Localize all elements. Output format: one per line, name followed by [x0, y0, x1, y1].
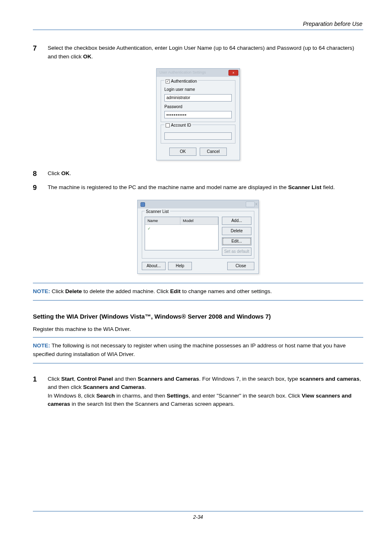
step-num-8: 8	[33, 169, 48, 178]
figure-auth-dialog: User Authentication Settings x ✓ Authent…	[33, 68, 363, 161]
s1p1b1: Start	[61, 376, 74, 382]
scanner-list-group: Scanner List Name Model ✓	[142, 211, 254, 259]
step8-t2: .	[69, 170, 71, 176]
step7-t1: Select the checkbox beside Authenticatio…	[48, 45, 354, 59]
set-default-button[interactable]: Set as default	[222, 247, 251, 256]
note-2: NOTE: The following is not necessary to …	[33, 337, 363, 363]
page-header-title: Preparation before Use	[33, 20, 363, 28]
close-button[interactable]: Close	[227, 262, 254, 270]
s1p1b4: scanners and cameras	[300, 376, 360, 382]
note2-bottom-divider	[33, 363, 363, 363]
subheading-wia: Setting the WIA Driver (Windows Vista™, …	[33, 312, 363, 321]
note2-text: The following is not necessary to regist…	[33, 342, 346, 357]
password-input[interactable]	[164, 111, 232, 118]
note1-t3: to change names and other settings.	[180, 288, 272, 294]
step8-t1: Click	[48, 170, 61, 176]
about-button[interactable]: About...	[142, 262, 166, 270]
cancel-button[interactable]: Cancel	[200, 148, 227, 156]
auth-legend-label: Authentication	[171, 79, 197, 85]
note1-b2: Edit	[170, 288, 181, 294]
step-7-body: Select the checkbox beside Authenticatio…	[48, 44, 363, 61]
accountid-input[interactable]	[164, 132, 232, 140]
step-1: 1 Click Start, Control Panel and then Sc…	[33, 375, 363, 408]
accountid-checkbox[interactable]	[166, 123, 170, 127]
scanner-list[interactable]: Name Model ✓	[145, 217, 219, 250]
note-label: NOTE:	[33, 288, 50, 294]
step-num-1: 1	[33, 375, 48, 384]
accountid-legend[interactable]: Account ID	[164, 123, 192, 129]
header-divider	[33, 30, 363, 30]
step9-body: The machine is registered to the PC and …	[48, 183, 363, 192]
close-icon[interactable]: x	[256, 201, 258, 207]
step7-t2: .	[92, 53, 93, 60]
close-icon[interactable]: x	[228, 70, 238, 76]
step-7: 7 Select the checkbox beside Authenticat…	[33, 44, 363, 61]
edit-button[interactable]: Edit...	[222, 237, 251, 245]
s1p2b1: Search	[97, 393, 115, 399]
s1p1b3: Scanners and Cameras	[138, 376, 199, 382]
s1p2t3: , and enter "Scanner" in the search box.…	[189, 393, 302, 399]
scanner-list-legend: Scanner List	[145, 209, 170, 214]
s1p2t2: in charms, and then	[115, 393, 167, 399]
col-name[interactable]: Name	[145, 217, 180, 224]
s1p1t1: Click	[48, 376, 61, 382]
app-icon	[141, 202, 145, 207]
note1-t2: to delete the added machine. Click	[82, 288, 170, 294]
step1-body: Click Start, Control Panel and then Scan…	[48, 375, 363, 408]
step9-t1: The machine is registered to the PC and …	[48, 184, 288, 190]
scanner-titlebar: x	[138, 200, 258, 208]
s1p1b2: Control Panel	[77, 376, 113, 382]
auth-titlebar: User Authentication Settings x	[157, 69, 240, 77]
auth-title: User Authentication Settings	[159, 70, 206, 75]
s1p2t1: In Windows 8, click	[48, 393, 97, 399]
delete-button[interactable]: Delete	[222, 227, 251, 235]
auth-dialog: User Authentication Settings x ✓ Authent…	[156, 68, 240, 161]
step8-body: Click OK.	[48, 169, 363, 178]
list-item[interactable]: ✓	[145, 225, 218, 233]
add-button[interactable]: Add...	[222, 217, 251, 225]
accountid-fieldset: Account ID	[161, 125, 235, 143]
help-button[interactable]: Help	[168, 262, 192, 270]
minimize-icon[interactable]	[246, 201, 255, 207]
accountid-label: Account ID	[171, 123, 191, 129]
s1p1t4: . For Windows 7, in the search box, type	[199, 376, 300, 382]
s1p1t3: and then	[113, 376, 138, 382]
note1-bottom-divider	[33, 300, 363, 301]
ok-button[interactable]: OK	[169, 148, 196, 156]
note1-b1: Delete	[65, 288, 82, 294]
page-footer: 2-34	[33, 511, 363, 521]
s1p1t6: .	[145, 384, 146, 390]
col-model[interactable]: Model	[180, 217, 218, 224]
auth-legend[interactable]: ✓ Authentication	[164, 79, 198, 85]
auth-checkbox[interactable]: ✓	[166, 79, 170, 83]
note-label: NOTE:	[33, 342, 50, 349]
scanner-dialog: x Scanner List Name Model ✓	[137, 200, 259, 274]
login-label: Login user name	[164, 87, 232, 93]
step7-ok: OK	[83, 53, 91, 60]
page-number: 2-34	[193, 514, 203, 520]
step-9: 9 The machine is registered to the PC an…	[33, 183, 363, 192]
step9-t2: field.	[321, 184, 334, 190]
register-line: Register this machine to the WIA Driver.	[33, 325, 363, 333]
step-num-7: 7	[33, 44, 48, 53]
footer-divider	[33, 511, 363, 511]
step-8: 8 Click OK.	[33, 169, 363, 178]
s1p2b2: Settings	[167, 393, 189, 399]
step9-bold: Scanner List	[288, 184, 321, 190]
s1p2t4: in the search list then the Scanners and…	[70, 401, 235, 407]
note-1: NOTE: Click Delete to delete the added m…	[33, 283, 363, 301]
scanner-list-header: Name Model	[145, 217, 218, 225]
step8-ok: OK	[61, 170, 69, 176]
password-label: Password	[164, 104, 232, 110]
check-icon: ✓	[147, 226, 152, 231]
s1p1b5: Scanners and Cameras	[83, 384, 144, 390]
login-input[interactable]	[164, 94, 232, 102]
figure-scanner-dialog: x Scanner List Name Model ✓	[33, 200, 363, 274]
auth-fieldset: ✓ Authentication Login user name Passwor…	[161, 80, 235, 122]
step-num-9: 9	[33, 183, 48, 192]
note1-t1: Click	[50, 288, 65, 294]
